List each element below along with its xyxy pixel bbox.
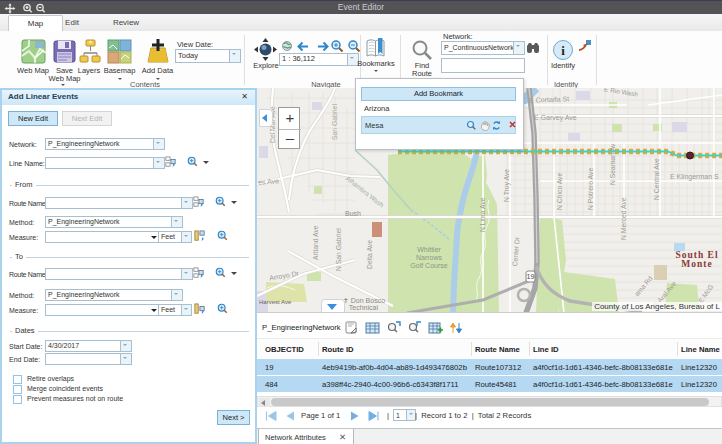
svg-text:19: 19 bbox=[527, 273, 535, 280]
svg-text:i: i bbox=[561, 43, 565, 58]
